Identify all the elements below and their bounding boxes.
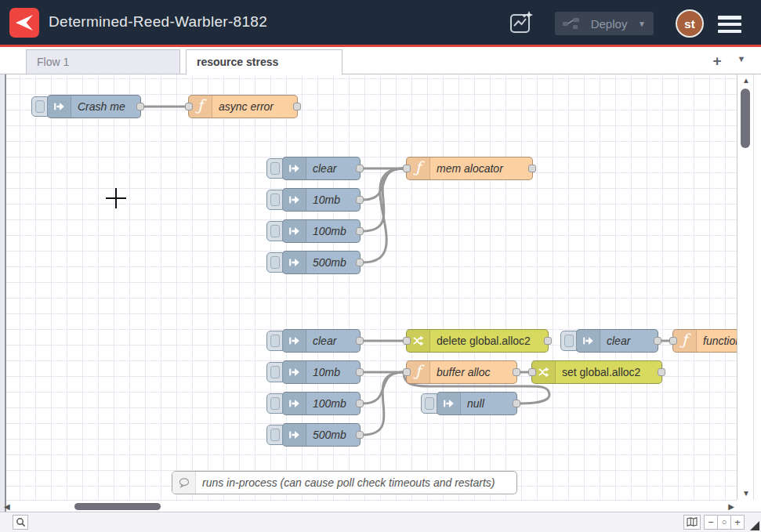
node-clear-2[interactable]: clear (282, 329, 361, 353)
output-port[interactable] (356, 259, 364, 266)
inject-button[interactable] (31, 96, 48, 117)
tab-resource-stress[interactable]: resource stress (186, 49, 342, 75)
header-bar: Determined-Reed-Warbler-8182 Deploy ▼ st (0, 0, 761, 47)
search-button[interactable] (13, 515, 28, 530)
scroll-up-icon[interactable]: ▲ (742, 77, 750, 85)
node-label: clear (600, 330, 636, 352)
node-10mb-2[interactable]: 10mb (282, 360, 361, 384)
input-port[interactable] (403, 337, 411, 345)
inject-button[interactable] (266, 190, 283, 210)
node-label: function (697, 330, 737, 352)
node-label: clear (306, 330, 342, 352)
node-function-1[interactable]: ƒfunction (672, 329, 737, 353)
output-port[interactable] (356, 165, 364, 172)
inject-icon-region (283, 424, 306, 446)
inject-icon-region (283, 189, 306, 211)
navigator-button[interactable] (683, 515, 701, 530)
input-port[interactable] (403, 368, 411, 376)
node-label: buffer alloc (430, 361, 496, 383)
deploy-label: Deploy (588, 17, 630, 31)
output-port[interactable] (544, 337, 552, 345)
inject-button[interactable] (266, 158, 283, 179)
horizontal-scrollbar[interactable]: ◀ ▶ (6, 500, 737, 512)
output-port[interactable] (356, 368, 364, 376)
output-port[interactable] (356, 337, 364, 345)
vertical-scrollbar[interactable]: ▲ ▼ (737, 74, 754, 500)
window-resize-grip[interactable] (750, 521, 759, 530)
node-500mb-2[interactable]: 500mb (282, 423, 361, 447)
output-port[interactable] (136, 103, 144, 110)
output-port[interactable] (356, 227, 364, 235)
flow-assistant-icon[interactable] (508, 9, 536, 36)
inject-arrow-icon (288, 366, 301, 378)
output-port[interactable] (513, 368, 520, 376)
inject-icon-region (283, 330, 306, 352)
horizontal-scroll-thumb[interactable] (74, 503, 161, 510)
node-clear-3[interactable]: clear (576, 329, 658, 353)
instance-title: Determined-Reed-Warbler-8182 (49, 13, 267, 31)
flow-list-caret-icon[interactable]: ▼ (734, 54, 749, 68)
inject-arrow-icon (443, 397, 455, 410)
tab-flow-1[interactable]: Flow 1 (26, 49, 180, 74)
zoom-in-button[interactable]: + (730, 515, 745, 530)
comment-bubble-icon (178, 476, 190, 489)
output-port[interactable] (293, 103, 301, 110)
output-port[interactable] (356, 196, 364, 204)
inject-icon-region (283, 252, 306, 273)
zoom-out-button[interactable]: − (704, 515, 718, 530)
node-set-global-alloc2[interactable]: set global.alloc2 (531, 360, 662, 384)
wires-layer (6, 74, 737, 500)
search-icon (16, 517, 26, 527)
inject-button[interactable] (266, 221, 283, 241)
node-null-inject[interactable]: null (437, 392, 517, 415)
node-crash-me[interactable]: Crash me (47, 95, 141, 118)
function-f-icon: ƒ (197, 98, 203, 115)
node-100mb-2[interactable]: 100mb (282, 392, 361, 415)
deploy-button[interactable]: Deploy ▼ (555, 12, 654, 35)
node-label: runs in-process (can cause poll check ti… (196, 472, 502, 494)
node-delete-global-alloc2[interactable]: delete global.alloc2 (406, 329, 549, 353)
inject-button[interactable] (266, 393, 283, 414)
scroll-right-icon[interactable]: ▶ (728, 503, 734, 511)
output-port[interactable] (513, 400, 520, 407)
inject-button[interactable] (421, 393, 437, 414)
flowfuse-logo[interactable] (9, 8, 39, 38)
scroll-down-icon[interactable]: ▼ (742, 490, 750, 498)
output-port[interactable] (654, 337, 661, 345)
input-port[interactable] (528, 368, 536, 376)
flow-canvas[interactable]: Crash meƒasync errorclear10mb100mb500mbƒ… (6, 74, 737, 500)
inject-button[interactable] (266, 331, 283, 351)
input-port[interactable] (669, 337, 677, 345)
scroll-left-icon[interactable]: ◀ (4, 503, 10, 511)
deploy-caret-icon[interactable]: ▼ (638, 20, 646, 28)
inject-button[interactable] (266, 362, 283, 382)
inject-icon-region (437, 393, 461, 414)
node-async-error[interactable]: ƒasync error (188, 95, 298, 118)
output-port[interactable] (356, 400, 364, 407)
inject-button[interactable] (560, 331, 577, 351)
zoom-reset-button[interactable]: ○ (717, 515, 731, 530)
inject-button[interactable] (266, 425, 283, 445)
flow-tab-bar: Flow 1 resource stress + ▼ (0, 47, 761, 74)
output-port[interactable] (528, 165, 536, 172)
node-clear-1[interactable]: clear (282, 157, 361, 180)
node-10mb-1[interactable]: 10mb (282, 188, 361, 212)
node-comment-1[interactable]: runs in-process (can cause poll check ti… (172, 471, 517, 494)
footer-toolbar: − ○ + (0, 512, 761, 532)
main-menu-icon[interactable] (718, 16, 741, 33)
inject-icon-region (48, 96, 71, 118)
output-port[interactable] (356, 431, 364, 439)
node-buffer-alloc[interactable]: ƒbuffer alloc (406, 360, 517, 384)
user-avatar[interactable]: st (676, 9, 704, 38)
function-f-icon: ƒ (415, 160, 421, 177)
inject-button[interactable] (266, 252, 283, 273)
vertical-scroll-thumb[interactable] (741, 89, 750, 148)
input-port[interactable] (185, 103, 193, 110)
output-port[interactable] (658, 368, 665, 376)
node-100mb-1[interactable]: 100mb (282, 219, 361, 243)
node-500mb-1[interactable]: 500mb (282, 251, 361, 274)
inject-arrow-icon (288, 256, 301, 269)
input-port[interactable] (403, 165, 411, 172)
add-flow-button[interactable]: + (708, 52, 727, 71)
node-mem-alocator[interactable]: ƒmem alocator (406, 157, 533, 180)
